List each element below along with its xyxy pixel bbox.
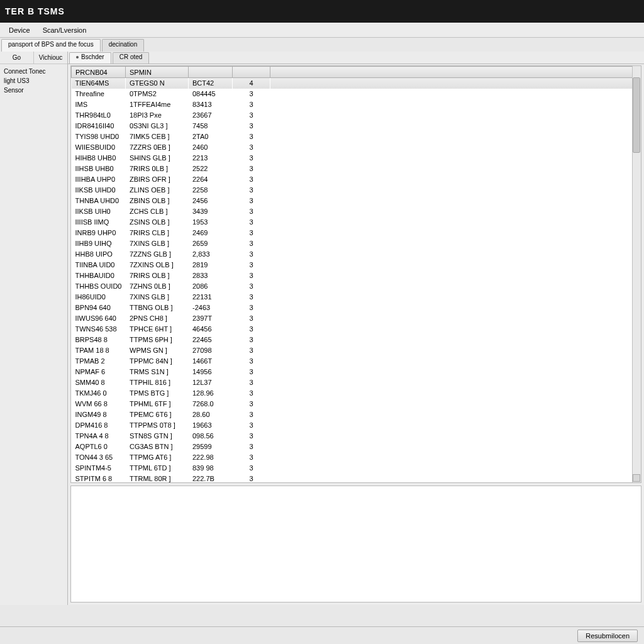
table-row[interactable]: THHBAUID07RIRS OLB ]28333 bbox=[72, 270, 641, 281]
scroll-thumb[interactable] bbox=[633, 77, 640, 153]
table-cell: WPMS GN ] bbox=[126, 345, 189, 356]
col-header-1[interactable]: SPMIN bbox=[126, 67, 189, 78]
table-cell: 3 bbox=[233, 324, 270, 335]
table-row[interactable]: IIHB9 UIHQ7XINS GLB ]26593 bbox=[72, 238, 641, 249]
table-row[interactable]: Threafine0TPMS20844453 bbox=[72, 89, 641, 99]
table-cell: 128.96 bbox=[189, 388, 233, 399]
table-row[interactable]: IMS1TFFEAI4me834133 bbox=[72, 99, 641, 110]
table-row[interactable]: TIINBA UID07ZXINS OLB ]28193 bbox=[72, 260, 641, 270]
table-cell: TPMS BTG ] bbox=[126, 388, 189, 399]
table-row[interactable]: BPN94 640TTBNG OLB ]-24633 bbox=[72, 303, 641, 313]
table-row[interactable]: HHB8 UIPO7ZZNS GLB ]2,8333 bbox=[72, 249, 641, 260]
table-cell: NPMAF 6 bbox=[72, 367, 126, 377]
left-item-sensor[interactable]: Sensor bbox=[4, 86, 64, 95]
table-row[interactable]: TPN4A 4 8STN8S GTN ]098.563 bbox=[72, 431, 641, 441]
table-cell: 18PI3 Pxe bbox=[126, 110, 189, 121]
table-row[interactable]: WIIESBUID07ZZRS 0EB ]24603 bbox=[72, 142, 641, 153]
table-cell bbox=[270, 367, 641, 377]
col-header-3[interactable] bbox=[233, 67, 270, 78]
menu-item-scan[interactable]: Scan/Lversion bbox=[36, 25, 93, 36]
table-cell: 3 bbox=[233, 388, 270, 399]
table-row[interactable]: IIWUS96 6402PNS CH8 ]2397T3 bbox=[72, 313, 641, 324]
table-cell: 14956 bbox=[189, 367, 233, 377]
table-cell: 0S3NI GL3 ] bbox=[126, 121, 189, 131]
table-row[interactable]: IIIHBA UHP0ZBIRS OFR ]22643 bbox=[72, 174, 641, 185]
table-cell bbox=[270, 388, 641, 399]
table-row[interactable]: IH86UID07XINS GLB ]221313 bbox=[72, 292, 641, 303]
table-cell: 7RIRS CLB ] bbox=[126, 228, 189, 238]
table-row[interactable]: THR984tL018PI3 Pxe236673 bbox=[72, 110, 641, 121]
table-cell: CG3AS BTN ] bbox=[126, 441, 189, 452]
table-row[interactable]: IIKSB UIH0ZCHS CLB ]34393 bbox=[72, 206, 641, 217]
table-cell: 2469 bbox=[189, 228, 233, 238]
table-cell: 3 bbox=[233, 303, 270, 313]
col-header-0[interactable]: PRCNB04 bbox=[72, 67, 126, 78]
table-cell: ZBINS OLB ] bbox=[126, 196, 189, 206]
table-cell: TPN4A 4 8 bbox=[72, 431, 126, 441]
table-row[interactable]: TON44 3 65TTPMG AT6 ]222.983 bbox=[72, 452, 641, 463]
table-row[interactable]: INRB9 UHP07RIRS CLB ]24693 bbox=[72, 228, 641, 238]
table-cell: HIHB8 UHB0 bbox=[72, 153, 126, 164]
table-row[interactable]: IIKSB UIHD0ZLINS OEB ]22583 bbox=[72, 185, 641, 196]
table-row[interactable]: BRPS48 8TTPMS 6PH ]224653 bbox=[72, 335, 641, 345]
table-row[interactable]: NPMAF 6TRMS S1N ]149563 bbox=[72, 367, 641, 377]
table-cell: 2397T bbox=[189, 313, 233, 324]
table-cell: 3 bbox=[233, 228, 270, 238]
table-row[interactable]: TWNS46 538TPHCE 6HT ]464563 bbox=[72, 324, 641, 335]
table-cell: IMS bbox=[72, 99, 126, 110]
table-row[interactable]: TPMAB 2TPPMC 84N ]1466T3 bbox=[72, 356, 641, 367]
table-cell bbox=[270, 463, 641, 474]
table-cell: THHBS OUID0 bbox=[72, 281, 126, 292]
table-cell: 4 bbox=[233, 78, 270, 89]
vertical-scrollbar[interactable] bbox=[632, 66, 641, 482]
footer-button[interactable]: Resubmilocen bbox=[577, 630, 638, 642]
table-row[interactable]: TIEN64MSGTEGS0 NBCT424 bbox=[72, 78, 641, 89]
table-cell: 19663 bbox=[189, 420, 233, 431]
table-cell: ZBIRS OFR ] bbox=[126, 174, 189, 185]
table-row[interactable]: WVM 66 8TPHML 6TF ]7268.03 bbox=[72, 399, 641, 409]
table-cell: TON44 3 65 bbox=[72, 452, 126, 463]
table-row[interactable]: STPITM 6 8TTRML 80R ]222.7B3 bbox=[72, 474, 641, 484]
col-header-rest[interactable] bbox=[270, 67, 641, 78]
table-row[interactable]: TPAM 18 8WPMS GN ]270983 bbox=[72, 345, 641, 356]
table-header-row: PRCNB04 SPMIN bbox=[72, 67, 641, 78]
table-row[interactable]: SPINTM4-5TTPML 6TD ]839 983 bbox=[72, 463, 641, 474]
menu-item-device[interactable]: Device bbox=[3, 25, 36, 36]
left-item-light[interactable]: light US3 bbox=[4, 76, 64, 86]
table-row[interactable]: IIIISB IIMQZSINS OLB ]19533 bbox=[72, 217, 641, 228]
table-row[interactable]: AQPTL6 0CG3AS BTN ]295993 bbox=[72, 441, 641, 452]
table-cell: 3 bbox=[233, 313, 270, 324]
workspace: Go Vichiouc Connect Tonec light US3 Sens… bbox=[0, 52, 644, 605]
table-row[interactable]: INGM49 8TPEMC 6T6 ]28.603 bbox=[72, 409, 641, 420]
left-tab-0[interactable]: Go bbox=[0, 52, 34, 64]
table-row[interactable]: IDR8416II400S3NI GL3 ]74583 bbox=[72, 121, 641, 131]
scroll-down-button[interactable] bbox=[633, 474, 640, 482]
table-cell: Threafine bbox=[72, 89, 126, 99]
table-row[interactable]: THHBS OUID07ZHNS 0LB ]20863 bbox=[72, 281, 641, 292]
main-tab-0[interactable]: pansport of BPS and the focus bbox=[1, 39, 101, 52]
sub-tab-0[interactable]: Bschder bbox=[69, 52, 111, 64]
table-row[interactable]: SMM40 8TTPHIL 816 ]12L373 bbox=[72, 377, 641, 388]
table-cell: 28.60 bbox=[189, 409, 233, 420]
left-item-connect[interactable]: Connect Tonec bbox=[4, 67, 64, 76]
main-tab-1[interactable]: decination bbox=[102, 39, 145, 52]
window-titlebar: TER B TSMS bbox=[0, 0, 644, 23]
table-cell: SMM40 8 bbox=[72, 377, 126, 388]
table-cell: TYIS98 UHD0 bbox=[72, 131, 126, 142]
table-cell bbox=[270, 303, 641, 313]
table-row[interactable]: DPM416 8TTPPMS 0T8 ]196633 bbox=[72, 420, 641, 431]
table-row[interactable]: TYIS98 UHD07IMK5 CEB ]2TA03 bbox=[72, 131, 641, 142]
table-cell: 3 bbox=[233, 131, 270, 142]
table-cell: 7IMK5 CEB ] bbox=[126, 131, 189, 142]
sub-tab-1[interactable]: CR oted bbox=[113, 52, 150, 64]
table-row[interactable]: THNBA UHD0ZBINS OLB ]24563 bbox=[72, 196, 641, 206]
left-tab-1[interactable]: Vichiouc bbox=[34, 52, 67, 64]
table-row[interactable]: TKMJ46 0TPMS BTG ]128.963 bbox=[72, 388, 641, 399]
table-cell: AQPTL6 0 bbox=[72, 441, 126, 452]
table-row[interactable]: IIHSB UHB07RIRS 0LB ]25223 bbox=[72, 164, 641, 174]
col-header-2[interactable] bbox=[189, 67, 233, 78]
table-cell: BRPS48 8 bbox=[72, 335, 126, 345]
main-tabs: pansport of BPS and the focus decination bbox=[0, 38, 644, 52]
table-row[interactable]: HIHB8 UHB0SHINS GLB ]22133 bbox=[72, 153, 641, 164]
table-cell: 12L37 bbox=[189, 377, 233, 388]
